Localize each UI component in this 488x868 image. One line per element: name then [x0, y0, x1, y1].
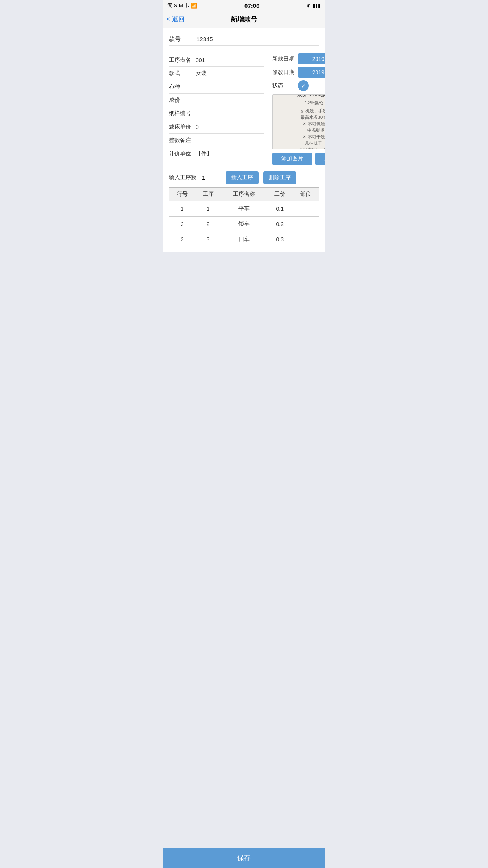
status-checkbox[interactable]: ✓: [298, 80, 309, 91]
gray-background: [163, 252, 325, 409]
col-hanghao: 行号: [169, 188, 195, 201]
img-text9: （深浅衣物分开洗）: [296, 147, 325, 150]
zhu-label: 整款备注: [169, 137, 196, 144]
gongxu-table: 行号 工序 工序名称 工价 部位 1 1 平车 0.1 2 2 锁车 0.2 3…: [169, 187, 319, 247]
zhuangtai-label: 状态: [272, 82, 298, 89]
chengfen-row: 成份: [169, 94, 264, 107]
col-name: 工序名称: [221, 188, 267, 201]
image-buttons: 添加图片 删除图片: [272, 153, 325, 165]
gongxu-input[interactable]: [196, 57, 264, 63]
right-column: 新款日期 2019-11-12 修改日期 2019-11-12 状态 ✓ 成份:…: [268, 53, 325, 165]
xinzeng-date-value[interactable]: 2019-11-12: [298, 53, 325, 64]
kuanshi-input[interactable]: [196, 70, 264, 77]
cell-gongxu: 3: [195, 232, 221, 247]
add-image-button[interactable]: 添加图片: [272, 153, 312, 165]
table-section: 输入工序数 插入工序 删除工序 行号 工序 工序名称 工价 部位 1 1 平车 …: [163, 168, 325, 252]
cell-gongxu: 1: [195, 201, 221, 217]
table-header-row: 行号 工序 工序名称 工价 部位: [169, 188, 319, 201]
no-dry-icon: ✕: [303, 134, 306, 140]
cell-name: 平车: [221, 201, 267, 217]
img-text1: 成份: 95.8%涤纶: [297, 94, 325, 98]
caichuang-row: 裁床单价: [169, 120, 264, 134]
kuanshi-label: 款式: [169, 70, 196, 77]
img-text2: 4.2%氨纶: [304, 99, 323, 106]
kuanhao-input[interactable]: [196, 36, 319, 42]
xinzeng-date-label: 新款日期: [272, 55, 298, 63]
location-icon: ⊕: [306, 3, 311, 9]
zhiyang-input[interactable]: [196, 110, 264, 117]
nav-bar: < 返回 新增款号: [163, 11, 325, 28]
img-text3: ⧖ 机洗、手洗: [301, 108, 326, 114]
img-text7: ✕ 不可干洗: [303, 134, 325, 140]
cell-buwei: [293, 232, 319, 247]
status-row: 状态 ✓: [272, 80, 325, 91]
table-row[interactable]: 3 3 囗车 0.3: [169, 232, 319, 247]
cell-price: 0.1: [267, 201, 293, 217]
iron-icon: ∴: [303, 127, 306, 134]
cell-buwei: [293, 201, 319, 217]
jijiage-label: 计价单位: [169, 150, 196, 157]
buzhong-row: 布种: [169, 80, 264, 94]
xiugai-date-value[interactable]: 2019-11-12: [298, 67, 325, 78]
jijiage-input[interactable]: [196, 151, 264, 157]
img-text6: ∴ 中温熨烫: [303, 127, 325, 134]
carrier-text: 无 SIM 卡: [167, 2, 189, 9]
zhu-input[interactable]: [196, 137, 264, 143]
kuanhao-label: 款号: [169, 35, 196, 43]
cell-gongxu: 2: [195, 217, 221, 232]
left-column: 工序表名 款式 布种 成份 纸样编号 裁床单价: [169, 53, 268, 165]
buzhong-label: 布种: [169, 83, 196, 90]
gongxu-label: 工序表名: [169, 57, 196, 64]
xiugai-date-row: 修改日期 2019-11-12: [272, 67, 325, 78]
zhu-row: 整款备注: [169, 134, 264, 147]
input-row-label: 输入工序数: [169, 174, 196, 181]
wash-icon: ⧖: [301, 108, 304, 114]
status-bar: 无 SIM 卡 📶 07:06 ⊕ ▮▮▮: [163, 0, 325, 11]
form-section: 工序表名 款式 布种 成份 纸样编号 裁床单价: [163, 50, 325, 168]
main-content: 款号: [163, 28, 325, 50]
gongxu-count-input[interactable]: [201, 174, 221, 182]
cell-price: 0.2: [267, 217, 293, 232]
delete-gongxu-button[interactable]: 删除工序: [263, 171, 296, 184]
cell-hanghao: 1: [169, 201, 195, 217]
buzhong-input[interactable]: [196, 84, 264, 90]
status-left: 无 SIM 卡 📶: [167, 2, 197, 9]
cell-buwei: [293, 217, 319, 232]
caichuang-input[interactable]: [196, 124, 264, 130]
cell-hanghao: 2: [169, 217, 195, 232]
kuanshi-row: 款式: [169, 67, 264, 80]
xiugai-date-label: 修改日期: [272, 69, 298, 76]
image-content: 成份: 95.8%涤纶 4.2%氨纶 ⧖ 机洗、手洗 最高水温30℃ ✕ 不可氯…: [273, 95, 325, 149]
battery-icon: ▮▮▮: [312, 3, 321, 9]
col-buwei: 部位: [293, 188, 319, 201]
caichuang-label: 裁床单价: [169, 123, 196, 131]
wifi-icon: 📶: [191, 3, 197, 9]
delete-image-button[interactable]: 删除图片: [315, 153, 325, 165]
img-text8: 悬挂晾干: [305, 140, 322, 147]
input-row: 输入工序数 插入工序 删除工序: [169, 168, 319, 187]
table-row[interactable]: 1 1 平车 0.1: [169, 201, 319, 217]
back-button[interactable]: < 返回: [167, 15, 185, 24]
xinzeng-date-row: 新款日期 2019-11-12: [272, 53, 325, 64]
img-text5: ✕ 不可氯漂: [303, 121, 325, 127]
jijiage-row: 计价单位: [169, 147, 264, 160]
status-right: ⊕ ▮▮▮: [306, 3, 321, 9]
no-bleach-icon: ✕: [303, 121, 306, 127]
status-time: 07:06: [244, 2, 259, 9]
chengfen-label: 成份: [169, 97, 196, 104]
cell-price: 0.3: [267, 232, 293, 247]
zhiyang-row: 纸样编号: [169, 107, 264, 120]
insert-gongxu-button[interactable]: 插入工序: [226, 171, 259, 184]
table-row[interactable]: 2 2 锁车 0.2: [169, 217, 319, 232]
chengfen-input[interactable]: [196, 97, 264, 103]
cell-name: 锁车: [221, 217, 267, 232]
cell-name: 囗车: [221, 232, 267, 247]
image-area: 成份: 95.8%涤纶 4.2%氨纶 ⧖ 机洗、手洗 最高水温30℃ ✕ 不可氯…: [272, 94, 325, 149]
kuanhao-row: 款号: [169, 33, 319, 46]
img-text4: 最高水温30℃: [301, 114, 325, 121]
col-gongxu: 工序: [195, 188, 221, 201]
col-price: 工价: [267, 188, 293, 201]
page-title: 新增款号: [231, 15, 257, 24]
cell-hanghao: 3: [169, 232, 195, 247]
zhiyang-label: 纸样编号: [169, 110, 196, 117]
